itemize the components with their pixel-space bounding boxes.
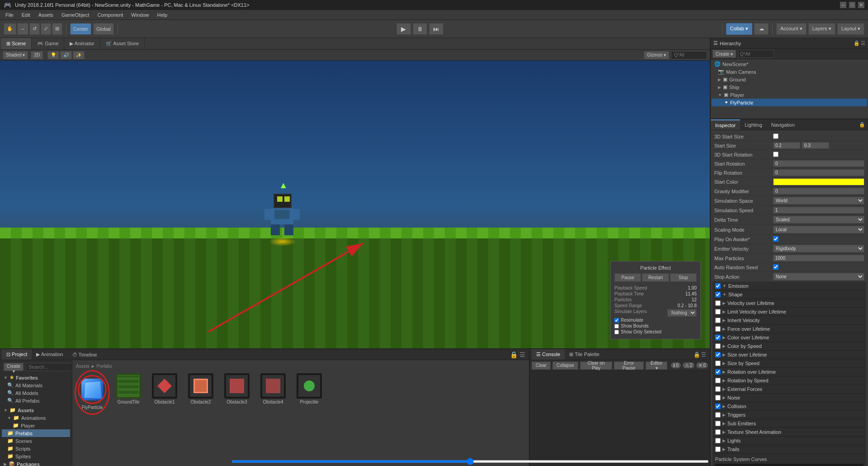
center-button[interactable]: Center	[70, 23, 91, 35]
asset-obstacle3[interactable]: Obstacle3	[221, 371, 253, 414]
menu-gameobject[interactable]: GameObject	[58, 11, 93, 19]
rotate-tool[interactable]: ↺	[29, 23, 40, 35]
max-particles-input[interactable]	[773, 255, 864, 262]
section-rotation-speed[interactable]: ▶ Rotation by Speed	[712, 376, 866, 385]
section-size-lifetime[interactable]: ▶ Size over Lifetime	[712, 351, 866, 359]
account-dropdown[interactable]: Account ▾	[776, 23, 807, 35]
hier-flyparticle[interactable]: ✦ FlyParticle	[712, 99, 867, 106]
simulation-speed-input[interactable]	[773, 207, 864, 214]
tab-console[interactable]: ☰ Console	[532, 349, 565, 360]
hier-create-button[interactable]: Create ▾	[712, 50, 736, 58]
section-size-speed[interactable]: ▶ Size by Speed	[712, 359, 866, 368]
resimulate-checkbox[interactable]	[614, 318, 619, 323]
create-button[interactable]: Create ▾	[4, 363, 24, 371]
insp-lock-icon[interactable]: 🔒	[856, 122, 868, 128]
zoom-slider[interactable]	[231, 460, 529, 463]
collision-checkbox[interactable]	[715, 404, 721, 409]
project-search[interactable]	[25, 363, 72, 371]
section-force-lifetime[interactable]: ▶ Force over Lifetime	[712, 325, 866, 333]
force-lifetime-checkbox[interactable]	[715, 326, 721, 332]
simulation-space-select[interactable]: World	[773, 197, 864, 204]
hier-player[interactable]: ▼ ▣ Player	[712, 91, 867, 99]
tab-animation[interactable]: ▶ Animation	[32, 349, 67, 360]
velocity-lifetime-checkbox[interactable]	[715, 300, 721, 306]
hier-main-camera[interactable]: 📷 Main Camera	[712, 68, 867, 76]
section-rotation-lifetime[interactable]: ▶ Rotation over Lifetime	[712, 368, 866, 376]
menu-window[interactable]: Window	[127, 11, 152, 19]
auto-random-seed-checkbox[interactable]	[773, 264, 778, 270]
menu-edit[interactable]: Edit	[18, 11, 34, 19]
size-lifetime-checkbox[interactable]	[715, 352, 721, 357]
minimize-button[interactable]: ─	[840, 2, 846, 8]
scenes-folder[interactable]: 📁 Scenes	[2, 437, 70, 445]
start-color-swatch[interactable]	[773, 178, 864, 185]
simulate-layers-select[interactable]: Nothing	[667, 309, 697, 317]
insp-tab-lighting[interactable]: Lighting	[740, 119, 767, 130]
size-speed-checkbox[interactable]	[715, 361, 721, 366]
stop-action-select[interactable]: None	[773, 273, 864, 281]
asset-flyparticle[interactable]: FlyParticle	[76, 371, 108, 414]
tab-asset-store[interactable]: 🛒 Asset Store	[100, 38, 145, 49]
player-animations-folder[interactable]: 📁 Player	[2, 422, 70, 429]
2d-button[interactable]: 2D	[31, 51, 43, 59]
scene-search[interactable]	[671, 51, 707, 59]
section-limit-velocity[interactable]: ▶ Limit Velocity over Lifetime	[712, 308, 866, 316]
play-on-awake-checkbox[interactable]	[773, 236, 778, 242]
rotation-speed-checkbox[interactable]	[715, 378, 721, 383]
global-button[interactable]: Global	[93, 23, 114, 35]
flip-rotation-input[interactable]	[773, 169, 864, 176]
lock-icon[interactable]: 🔒	[510, 351, 518, 358]
animations-folder[interactable]: ▼ 📁 Animations	[2, 414, 70, 422]
collapse-button[interactable]: Collapse	[552, 361, 578, 370]
all-models-item[interactable]: 🔍 All Models	[2, 389, 70, 397]
show-only-selected-checkbox[interactable]	[614, 330, 619, 334]
move-tool[interactable]: ↔	[17, 23, 28, 35]
limit-velocity-checkbox[interactable]	[715, 309, 721, 314]
insp-tab-inspector[interactable]: Inspector	[711, 119, 740, 130]
pause-button[interactable]: ⏸	[413, 23, 427, 35]
inherit-velocity-checkbox[interactable]	[715, 318, 721, 323]
console-menu-icon[interactable]: ☰	[701, 352, 706, 358]
trails-checkbox[interactable]	[715, 447, 721, 452]
step-button[interactable]: ⏭	[429, 23, 443, 35]
packages-folder[interactable]: ▶ 📦 Packages	[2, 460, 70, 466]
start-size-input-2[interactable]	[802, 142, 829, 149]
tab-scene[interactable]: ⊞ Scene	[1, 38, 32, 49]
emission-checkbox[interactable]	[715, 283, 721, 289]
section-collision[interactable]: ▶ Collision	[712, 402, 866, 411]
gizmos-dropdown[interactable]: Gizmos ▾	[644, 51, 669, 59]
menu-help[interactable]: Help	[153, 11, 171, 19]
noise-checkbox[interactable]	[715, 395, 721, 400]
section-external-forces[interactable]: ▶ External Forces	[712, 385, 866, 394]
scene-content[interactable]: ▲ Particle Effect Pau	[0, 61, 710, 348]
sub-emitters-checkbox[interactable]	[715, 421, 721, 426]
section-velocity-lifetime[interactable]: ▶ Velocity over Lifetime	[712, 299, 866, 308]
asset-obstacle1[interactable]: Obstacle1	[148, 371, 181, 414]
layout-dropdown[interactable]: Layout ▾	[837, 23, 864, 35]
rotation-lifetime-checkbox[interactable]	[715, 369, 721, 375]
section-lights[interactable]: ▶ Lights	[712, 437, 866, 445]
fx-icon[interactable]: ✨	[73, 51, 85, 59]
menu-icon[interactable]: ☰	[519, 351, 525, 358]
assets-folder[interactable]: ▼ 📁 Assets	[2, 406, 70, 414]
pause-particle-btn[interactable]: Pause	[614, 273, 641, 282]
section-trails[interactable]: ▶ Trails	[712, 445, 866, 454]
shape-checkbox[interactable]	[715, 292, 721, 297]
start-rotation-input[interactable]	[773, 160, 864, 167]
section-noise[interactable]: ▶ Noise	[712, 394, 866, 402]
hier-lock-icon[interactable]: 🔒	[854, 40, 860, 46]
menu-file[interactable]: File	[2, 11, 17, 19]
audio-icon[interactable]: 🔊	[60, 51, 72, 59]
external-forces-checkbox[interactable]	[715, 386, 721, 392]
hier-search-input[interactable]	[738, 50, 774, 58]
sprites-folder[interactable]: 📁 Sprites	[2, 452, 70, 460]
section-color-lifetime[interactable]: ▶ Color over Lifetime	[712, 333, 866, 342]
lights-icon[interactable]: 💡	[47, 51, 59, 59]
delta-time-select[interactable]: Scaled	[773, 216, 864, 223]
favorites-folder[interactable]: ▼ ★ Favorites	[2, 374, 70, 381]
asset-obstacle4[interactable]: Obstacle4	[257, 371, 289, 414]
tab-project[interactable]: ⊡ Project	[2, 349, 32, 360]
restart-particle-btn[interactable]: Restart	[642, 273, 669, 282]
asset-groundtile[interactable]: GroundTile	[112, 371, 145, 414]
cloud-button[interactable]: ☁	[754, 23, 769, 35]
